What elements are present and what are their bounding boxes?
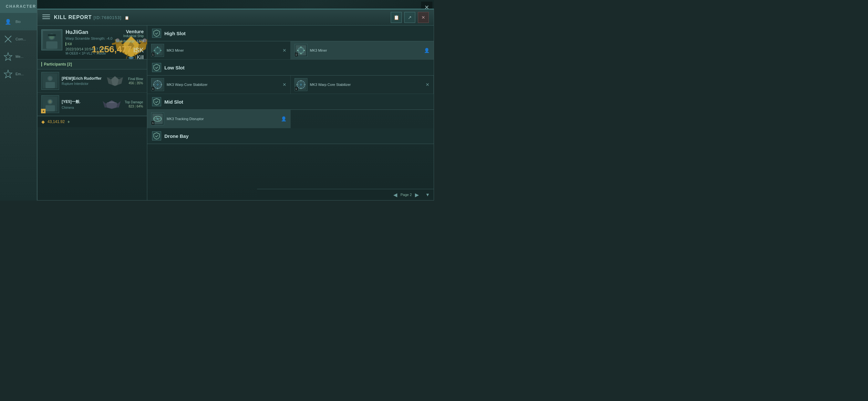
mid-slot-section: Mid Slot 1: [147, 94, 434, 128]
slot-item-qty: 1: [151, 121, 154, 125]
ship-type: Industrial Ship: [92, 34, 144, 38]
low-slot-header: Low Slot: [147, 60, 434, 75]
sidebar-item-label: Bio: [16, 20, 21, 24]
low-slot-icon: [152, 63, 161, 72]
slot-item-close[interactable]: ✕: [283, 82, 286, 87]
slot-item-name: MK3 Miner: [310, 49, 422, 52]
svg-point-71: [157, 118, 159, 120]
kill-content: HuJliGan Warp Scramble Strength: -4.0 Ki…: [37, 26, 434, 200]
victim-section: HuJliGan Warp Scramble Strength: -4.0 Ki…: [37, 26, 147, 59]
participant-stats: Final Blow 456 | 35%: [128, 77, 143, 85]
victim-avatar: [41, 29, 62, 50]
sidebar-item-medals[interactable]: Me...: [0, 48, 37, 65]
slot-item-icon: 1: [151, 78, 164, 91]
kill-report-title: KILL REPORT [ID:7680153] 📋: [54, 14, 387, 20]
ship-class: Venture: [92, 29, 144, 34]
kill-type: Kill: [92, 55, 144, 60]
mid-slot-header: Mid Slot: [147, 94, 434, 110]
svg-point-62: [300, 83, 302, 86]
total-damage-label: Total damage:: [115, 39, 135, 43]
isk-currency: ISK: [133, 47, 144, 54]
kill-report-menu-icon[interactable]: [42, 14, 50, 20]
svg-point-23: [49, 77, 52, 80]
slot-item[interactable]: 1 MK3 Miner ✕: [147, 41, 290, 60]
slot-item-qty: 1: [151, 87, 154, 91]
prev-page-button[interactable]: ◀: [393, 192, 397, 198]
slot-item-qty: 1: [295, 53, 298, 57]
add-icon: +: [67, 119, 70, 124]
slot-item[interactable]: 1 MK3 Warp Core Stabilizer ✕: [147, 75, 290, 94]
slot-item-qty: 1: [295, 87, 298, 91]
svg-rect-36: [109, 102, 114, 103]
slot-item-close[interactable]: ✕: [426, 82, 430, 87]
slot-item-close[interactable]: ✕: [283, 48, 286, 53]
slot-item-person[interactable]: 👤: [424, 48, 430, 53]
participant-ship: Chimera: [62, 106, 98, 110]
slot-item-person[interactable]: 👤: [281, 116, 286, 121]
bottom-bar: ◆ 43,141.92 +: [37, 116, 147, 127]
medals-icon: [3, 52, 13, 61]
high-slot-section: High Slot: [147, 26, 434, 60]
participant-name: [YE5]一般.: [62, 99, 98, 104]
participant-avatar: [41, 72, 59, 90]
slot-item-name: MK3 Tracking Disruptor: [166, 117, 278, 121]
participants-title: Participants [2]: [41, 62, 143, 66]
kill-report-copy-icon: 📋: [125, 16, 129, 20]
stat-label: Final Blow: [128, 77, 143, 81]
slot-item[interactable]: 1 MK3 Warp Core Stabilizer ✕: [290, 75, 434, 94]
stat-values: 823 | 64%: [128, 104, 143, 108]
participant-name: [PEW]Erich Rudorffer: [62, 76, 102, 81]
slot-item-icon: 1: [151, 112, 164, 125]
participant-ship-icon: [104, 73, 126, 88]
svg-rect-6: [46, 41, 58, 49]
header-actions: 📋 ↗ ✕: [391, 12, 429, 23]
isk-icon: ◆: [41, 119, 45, 124]
participant-avatar: ★: [41, 95, 59, 113]
total-damage-value: 1279: [136, 39, 144, 43]
drone-bay-header: Drone Bay: [147, 128, 434, 144]
slot-item[interactable]: 1 MK3 Miner 👤: [290, 41, 434, 60]
participants-header: Participants [2]: [37, 59, 147, 69]
slot-item-qty: 1: [151, 53, 154, 57]
high-slot-items: 1 MK3 Miner ✕: [147, 41, 434, 60]
next-page-button[interactable]: ▶: [415, 192, 419, 198]
sidebar-item-employment[interactable]: Em...: [0, 65, 37, 83]
slot-item-icon: 1: [294, 78, 307, 91]
kill-report-id: [ID:7680153]: [94, 15, 121, 20]
stat-values: 456 | 35%: [128, 81, 143, 85]
ship-info: Venture Industrial Ship Total damage: 12…: [92, 29, 144, 60]
copy-button[interactable]: 📋: [391, 12, 402, 23]
sidebar-item-combat[interactable]: Com...: [0, 30, 37, 48]
participant-item[interactable]: ★ [YE5]一般. Chimera: [37, 93, 147, 116]
slot-item-name: MK3 Warp Core Stabilizer: [310, 83, 423, 87]
slot-item-name: MK3 Warp Core Stabilizer: [166, 83, 280, 87]
slot-item-icon: 1: [151, 44, 164, 57]
slot-item[interactable]: 1 MK3 Tracking Disruptor 👤: [147, 110, 290, 128]
high-slot-title: High Slot: [164, 31, 186, 36]
kill-report-header: KILL REPORT [ID:7680153] 📋 📋 ↗ ✕: [37, 9, 434, 26]
participant-item[interactable]: [PEW]Erich Rudorffer Rupture Interdictor: [37, 69, 147, 93]
sidebar-item-label: Me...: [16, 55, 23, 58]
high-slot-icon: [152, 29, 161, 38]
mid-slot-items: 1 MK3 Tracking Disruptor 👤: [147, 110, 434, 128]
svg-rect-22: [45, 82, 55, 88]
filter-icon[interactable]: ▼: [425, 192, 430, 197]
low-slot-title: Low Slot: [164, 65, 185, 70]
sidebar-item-label: Com...: [16, 37, 26, 41]
slot-item-name: MK3 Miner: [166, 49, 280, 52]
character-panel: CHARACTER 👤 Bio Com... Me... Em...: [0, 0, 37, 201]
page-label: Page 2: [400, 193, 412, 197]
sidebar-item-bio[interactable]: 👤 Bio: [0, 13, 37, 30]
svg-marker-2: [4, 53, 12, 60]
participant-info: [YE5]一般. Chimera: [62, 99, 98, 110]
stat-label: Top Damage: [125, 100, 143, 104]
participant-stats: Top Damage 823 | 64%: [125, 100, 143, 108]
mid-slot-title: Mid Slot: [164, 99, 183, 104]
participant-ship-icon: [101, 97, 122, 112]
svg-point-31: [49, 100, 52, 103]
left-panel: HuJliGan Warp Scramble Strength: -4.0 Ki…: [37, 26, 147, 200]
isk-amount: 43,141.92: [48, 120, 65, 124]
export-button[interactable]: ↗: [404, 12, 415, 23]
svg-rect-30: [45, 105, 55, 112]
close-kill-report-button[interactable]: ✕: [418, 12, 429, 23]
